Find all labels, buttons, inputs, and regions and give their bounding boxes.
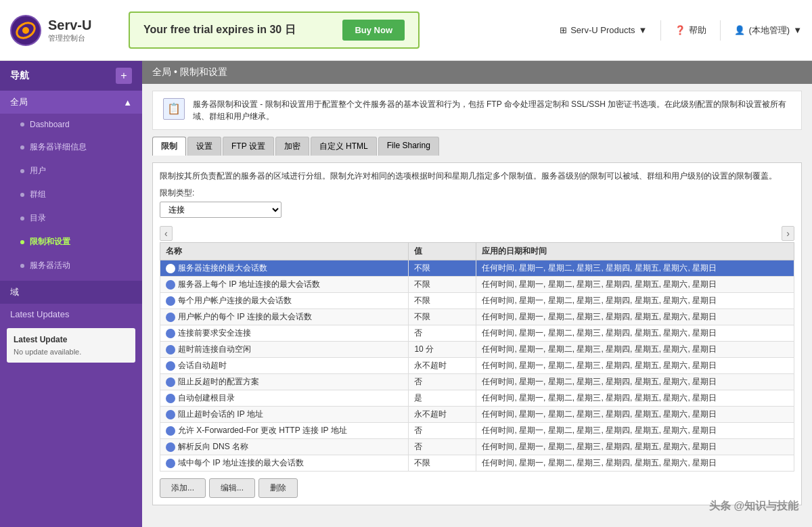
table-row[interactable]: 服务器上每个 IP 地址连接的最大会话数 不限 任何时间, 星期一, 星期二, … [160, 277, 794, 293]
sidebar-item-label: 群组 [30, 189, 46, 200]
dot-icon [20, 145, 24, 150]
limits-table: 名称 值 应用的日期和时间 服务器连接的最大会话数 不限 任何时间, 星期一, … [160, 242, 794, 472]
nav-label: 导航 [10, 70, 29, 82]
cell-value: 永不超时 [409, 358, 476, 374]
sidebar-header: 导航 + [0, 61, 142, 91]
table-row[interactable]: 阻止反超时的配置方案 否 任何时间, 星期一, 星期二, 星期三, 星期四, 星… [160, 374, 794, 390]
cell-name: 阻止超时会话的 IP 地址 [160, 407, 409, 423]
row-icon [166, 345, 175, 354]
table-row[interactable]: 域中每个 IP 地址连接的最大会话数 不限 任何时间, 星期一, 星期二, 星期… [160, 455, 794, 472]
cell-value: 永不超时 [409, 407, 476, 423]
cell-name: 阻止反超时的配置方案 [160, 374, 409, 390]
col-header-value: 值 [409, 243, 476, 260]
logo-area: Serv-U 管理控制台 [10, 15, 118, 46]
cell-value: 否 [409, 439, 476, 455]
table-row[interactable]: 超时前连接自动空闲 10 分 任何时间, 星期一, 星期二, 星期三, 星期四,… [160, 342, 794, 358]
table-intro: 限制按其所负责配置的服务器的区域进行分组。限制允许对相同的选项根据时间和星期几指… [160, 170, 794, 182]
cell-value: 不限 [409, 309, 476, 325]
divider-2 [720, 20, 721, 41]
scroll-left-button[interactable]: ‹ [160, 226, 173, 241]
dot-icon [20, 122, 24, 127]
sidebar-global-section[interactable]: 全局 ▲ [0, 91, 142, 114]
info-box: 📋 服务器限制和设置 - 限制和设置用于配置整个文件服务器的基本设置和行为，包括… [152, 91, 802, 130]
row-icon [166, 459, 175, 468]
table-row[interactable]: 会话自动超时 永不超时 任何时间, 星期一, 星期二, 星期三, 星期四, 星期… [160, 358, 794, 374]
limit-type-select[interactable]: 连接 [160, 202, 281, 218]
app-subtitle: 管理控制台 [48, 33, 91, 43]
latest-updates-label: Latest Updates [10, 309, 69, 319]
row-icon [166, 329, 175, 338]
cell-name: 每个用户帐户连接的最大会话数 [160, 293, 409, 309]
row-icon [166, 280, 175, 290]
sidebar-item-dashboard[interactable]: Dashboard [0, 114, 142, 135]
cell-schedule: 任何时间, 星期一, 星期二, 星期三, 星期四, 星期五, 星期六, 星期日 [476, 439, 794, 455]
dot-icon [20, 216, 24, 221]
servu-logo [10, 15, 41, 46]
table-scroll-area: ‹ › 名称 值 应用的日期和时间 服务器 [160, 225, 794, 472]
table-row[interactable]: 每个用户帐户连接的最大会话数 不限 任何时间, 星期一, 星期二, 星期三, 星… [160, 293, 794, 309]
info-icon: 📋 [163, 98, 185, 120]
table-row[interactable]: 用户帐户的每个 IP 连接的最大会话数 不限 任何时间, 星期一, 星期二, 星… [160, 309, 794, 325]
cell-value: 不限 [409, 455, 476, 472]
table-row[interactable]: 自动创建根目录 是 任何时间, 星期一, 星期二, 星期三, 星期四, 星期五,… [160, 390, 794, 407]
cell-value: 否 [409, 423, 476, 439]
table-row[interactable]: 允许 X-Forwarded-For 更改 HTTP 连接 IP 地址 否 任何… [160, 423, 794, 439]
sidebar-item-label: 限制和设置 [30, 236, 70, 248]
update-box-title: Latest Update [14, 335, 129, 344]
tab-file-sharing[interactable]: File Sharing [378, 137, 439, 156]
user-menu[interactable]: 👤 (本地管理) ▼ [734, 24, 802, 37]
row-icon [166, 410, 175, 419]
scroll-right-button[interactable]: › [782, 226, 794, 241]
tab-custom-html[interactable]: 自定义 HTML [311, 137, 377, 156]
sidebar-item-users[interactable]: 用户 [0, 159, 142, 183]
domain-label: 域 [10, 287, 19, 297]
app-name: Serv-U [48, 18, 91, 33]
divider-1 [660, 20, 661, 41]
sidebar-add-button[interactable]: + [116, 68, 132, 84]
cell-schedule: 任何时间, 星期一, 星期二, 星期三, 星期四, 星期五, 星期六, 星期日 [476, 358, 794, 374]
table-row[interactable]: 连接前要求安全连接 否 任何时间, 星期一, 星期二, 星期三, 星期四, 星期… [160, 325, 794, 342]
table-row[interactable]: 解析反向 DNS 名称 否 任何时间, 星期一, 星期二, 星期三, 星期四, … [160, 439, 794, 455]
table-row[interactable]: 服务器连接的最大会话数 不限 任何时间, 星期一, 星期二, 星期三, 星期四,… [160, 260, 794, 277]
cell-schedule: 任何时间, 星期一, 星期二, 星期三, 星期四, 星期五, 星期六, 星期日 [476, 342, 794, 358]
sidebar-item-server-details[interactable]: 服务器详细信息 [0, 135, 142, 159]
row-icon [166, 264, 175, 273]
cell-name: 解析反向 DNS 名称 [160, 439, 409, 455]
add-button[interactable]: 添加... [160, 478, 206, 498]
help-icon: ❓ [675, 25, 685, 35]
watermark: 头条 @知识与技能 [709, 499, 798, 513]
content-body: 📋 服务器限制和设置 - 限制和设置用于配置整个文件服务器的基本设置和行为，包括… [142, 84, 812, 527]
buy-now-button[interactable]: Buy Now [342, 20, 405, 41]
cell-value: 不限 [409, 277, 476, 293]
user-icon: 👤 [734, 25, 745, 35]
collapse-icon: ▲ [123, 97, 132, 108]
cell-name: 用户帐户的每个 IP 连接的最大会话数 [160, 309, 409, 325]
sidebar-item-groups[interactable]: 群组 [0, 183, 142, 206]
cell-value: 不限 [409, 260, 476, 277]
help-menu[interactable]: ❓ 帮助 [675, 24, 706, 37]
tab-ftp-settings[interactable]: FTP 设置 [223, 137, 274, 156]
cell-schedule: 任何时间, 星期一, 星期二, 星期三, 星期四, 星期五, 星期六, 星期日 [476, 455, 794, 472]
cell-name: 会话自动超时 [160, 358, 409, 374]
products-menu[interactable]: ⊞ Serv-U Products ▼ [560, 25, 647, 35]
row-icon [166, 361, 175, 371]
sidebar-item-label: Dashboard [30, 120, 70, 129]
sidebar-item-directories[interactable]: 目录 [0, 206, 142, 230]
cell-value: 10 分 [409, 342, 476, 358]
edit-button[interactable]: 编辑... [209, 478, 255, 498]
tab-limits[interactable]: 限制 [152, 137, 186, 156]
delete-button[interactable]: 删除 [258, 478, 298, 498]
help-label: 帮助 [689, 24, 706, 37]
tab-settings[interactable]: 设置 [187, 137, 221, 156]
update-box: Latest Update No update available. [7, 328, 135, 363]
table-row[interactable]: 阻止超时会话的 IP 地址 永不超时 任何时间, 星期一, 星期二, 星期三, … [160, 407, 794, 423]
sidebar-item-limits[interactable]: 限制和设置 [0, 230, 142, 254]
row-icon [166, 296, 175, 306]
main-layout: 导航 + 全局 ▲ Dashboard 服务器详细信息 用户 群组 [0, 61, 812, 527]
sidebar-latest-updates[interactable]: Latest Updates [0, 304, 142, 325]
cell-schedule: 任何时间, 星期一, 星期二, 星期三, 星期四, 星期五, 星期六, 星期日 [476, 390, 794, 407]
tab-encryption[interactable]: 加密 [275, 137, 309, 156]
sidebar-item-server-activity[interactable]: 服务器活动 [0, 254, 142, 277]
trial-text: Your free trial expires in 30 日 [143, 23, 296, 37]
sidebar-item-label: 用户 [30, 165, 46, 177]
